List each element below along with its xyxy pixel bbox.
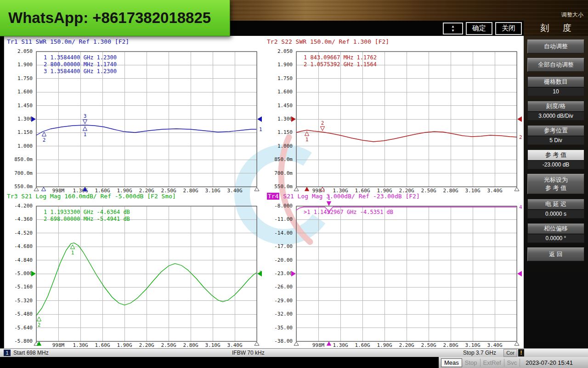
marker-glyph [83, 120, 87, 124]
y-tick-label: -26.00 [264, 284, 293, 290]
extref-indicator[interactable]: ExtRef [481, 359, 504, 367]
trace-settings: S11 SWR 150.0m/ Ref 1.300 [F2] [17, 38, 129, 45]
marker-number: 1 [84, 132, 87, 138]
y-tick-label: -4.520 [4, 230, 33, 236]
menu-auto-scale[interactable]: 自动调整 [527, 40, 584, 53]
spinner-down-icon[interactable]: ▼ [451, 29, 455, 33]
marker-number: 1 [305, 137, 309, 143]
menu-label: 电 延 迟 [528, 199, 584, 210]
y-tick-label: 700.0m [4, 170, 33, 176]
scale-menu-title: 刻 度 [524, 22, 588, 34]
y-tick-label: 1.450 [264, 103, 293, 109]
trace-settings: S22 SWR 150.0m/ Ref 1.300 [F2] [277, 38, 389, 45]
grid-lines [296, 52, 517, 187]
trace-end-label: 1 [259, 126, 262, 132]
start-frequency-label: Start 698 MHz [13, 350, 49, 356]
ref-level-arrow-left [291, 116, 296, 122]
alert-badge: ! [518, 349, 524, 356]
menu-return[interactable]: 返 回 [527, 247, 584, 261]
y-tick-label: 850.0m [264, 156, 293, 162]
whatsapp-banner: WhatsApp: +8617382018825 [0, 0, 230, 36]
menu-phase-offset[interactable]: 相位偏移0.0000 ° [527, 223, 584, 243]
y-tick-label: -5.640 [4, 325, 33, 331]
x-tick-label: 2.20G [395, 342, 418, 348]
y-tick-label: -17.00 [264, 243, 293, 249]
menu-auto-scale-all[interactable]: 全部自动调整 [527, 58, 584, 72]
grid-lines [296, 206, 517, 341]
marker-readout-line: 2 800.00000 MHz 1.1740 [44, 61, 117, 68]
chart-title: Tr3 S21 Log Mag 160.0mdB/ Ref -5.000dB [… [7, 193, 176, 200]
y-tick-label: -14.00 [264, 230, 293, 236]
marker-readout-line: 3 1.3584400 GHz 1.2300 [44, 68, 117, 75]
menu-scale-per-div[interactable]: 刻度/格3.0000 dB/Div [527, 101, 584, 121]
menu-label: 栅格数目 [528, 77, 584, 87]
dialog-toolbar-strip: ▲ ▼ 确定 关闭 [230, 21, 524, 36]
spinner-up-icon[interactable]: ▲ [451, 24, 455, 29]
x-tick-label: 1.30G [328, 342, 352, 348]
marker-readout-line: 2 698.00000 MHz -5.4941 dB [44, 216, 130, 222]
chart-tr1-s11-swr: Tr1 S11 SWR 150.0m/ Ref 1.300 [F2] 2.050… [4, 36, 264, 194]
y-tick-label: 1.000 [264, 143, 293, 149]
confirm-button[interactable]: 确定 [466, 22, 492, 35]
y-tick-label: -35.00 [264, 325, 293, 331]
menu-marker-to-reference[interactable]: 光标设为参 考 值 [527, 174, 584, 194]
y-tick-label: -20.00 [264, 257, 293, 263]
marker-glyph [327, 201, 331, 206]
y-tick-label: -8.000 [264, 203, 293, 209]
system-indicators: Meas Stop ExtRef Svc 2023-07-20 15:41 [439, 357, 588, 368]
system-bar: Meas Stop ExtRef Svc 2023-07-20 15:41 [0, 357, 588, 368]
y-tick-label: -5.160 [4, 284, 33, 290]
y-tick-label: 850.0m [4, 156, 33, 162]
x-tick-label: 998M [46, 342, 70, 348]
menu-value: 3.0000 dB/Div [528, 112, 584, 120]
y-tick-label: 1.150 [4, 129, 33, 135]
y-tick-label: -4.360 [4, 216, 33, 222]
menu-reference-value[interactable]: 参 考 值-23.000 dB [527, 150, 584, 169]
y-tick-label: -5.800 [4, 338, 33, 344]
menu-electrical-delay[interactable]: 电 延 迟0.0000 s [527, 199, 584, 218]
status-bar: 1 Start 698 MHz IFBW 70 kHz Stop 3.7 GHz… [0, 348, 588, 357]
x-tick-label: 2.80G [439, 342, 463, 348]
x-tick-label: 998M [306, 342, 330, 348]
y-tick-label: -11.00 [264, 216, 293, 222]
menu-reference-position[interactable]: 参考位置5 Div [527, 125, 584, 145]
menu-label: 参 考 值 [528, 150, 584, 161]
menu-value: 0.0000 ° [528, 234, 584, 242]
menu-value: -23.000 dB [528, 161, 584, 169]
marker-number: 2 [38, 322, 41, 328]
correction-badge: Cor [503, 349, 517, 357]
svc-indicator[interactable]: Svc [504, 359, 520, 367]
y-tick-label: 2.050 [4, 48, 33, 54]
ref-level-arrow-left [31, 271, 36, 276]
plot-area: 1 1.3584400 GHz 1.23002 800.00000 MHz 1.… [36, 52, 257, 187]
meas-indicator[interactable]: Meas [441, 358, 462, 367]
close-button[interactable]: 关闭 [495, 22, 522, 35]
y-tick-label: -32.00 [264, 311, 293, 317]
grid-lines [36, 206, 257, 341]
y-tick-label: 550.0m [4, 184, 33, 190]
y-tick-label: 1.750 [264, 75, 293, 81]
x-tick-label: 2.50G [417, 342, 441, 348]
x-tick-label: 3.10G [201, 342, 225, 348]
value-spinner[interactable]: ▲ ▼ [443, 23, 463, 34]
menu-grid-divisions[interactable]: 栅格数目10 [527, 76, 584, 96]
y-tick-label: 1.150 [264, 129, 293, 135]
stop-frequency-label: Stop 3.7 GHz [463, 350, 496, 356]
x-tick-label: 3.10G [461, 342, 485, 348]
y-tick-label: 1.300 [264, 116, 293, 122]
y-tick-label: -5.000 [4, 270, 33, 276]
y-tick-label: 1.900 [264, 62, 293, 68]
stop-indicator[interactable]: Stop [462, 359, 481, 367]
marker-glyph [305, 132, 309, 136]
axis-end-marker [294, 342, 299, 345]
menu-value: 10 [528, 87, 584, 96]
chart-tr3-s21-logmag: Tr3 S21 Log Mag 160.0mdB/ Ref -5.000dB [… [4, 190, 264, 348]
y-tick-label: -4.680 [4, 243, 33, 249]
ref-level-arrow-left [31, 116, 36, 122]
x-tick-label: 1.90G [373, 342, 396, 348]
marker-glyph [321, 126, 325, 131]
y-tick-label: -4.840 [4, 257, 33, 263]
menu-label: 相位偏移 [528, 224, 584, 234]
y-tick-label: 1.600 [264, 89, 293, 95]
chart-title: Tr4 S21 Log Mag 3.000dB/ Ref -23.00dB [F… [267, 193, 420, 200]
